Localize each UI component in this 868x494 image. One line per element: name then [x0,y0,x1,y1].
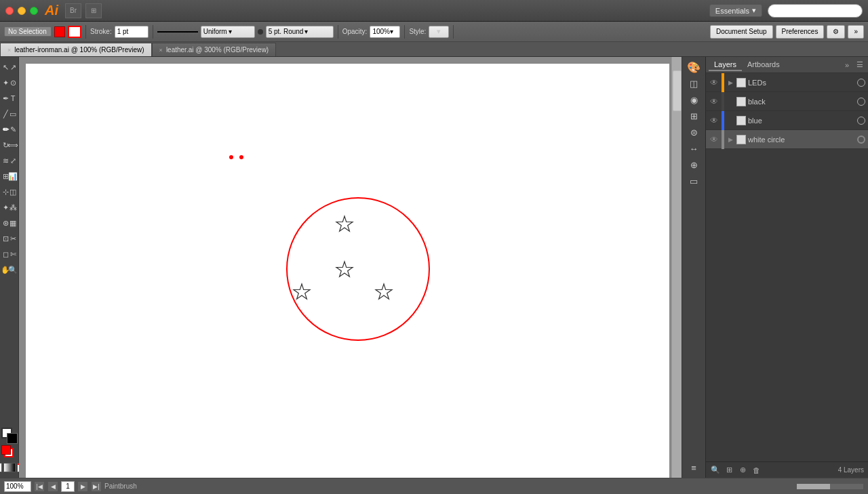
red-dot-2 [239,155,243,159]
background-swatch[interactable] [7,433,18,444]
direct-selection-tool[interactable]: ↗ [9,60,17,75]
pencil-tool[interactable]: ✎ [9,122,17,137]
arrange-icon[interactable]: ⊞ [85,3,102,18]
artboard-tool[interactable]: ⊡ [2,231,9,246]
minimize-button[interactable] [18,7,26,15]
maximize-button[interactable] [30,7,38,15]
symbol-tool[interactable]: ⊛ [2,215,9,230]
expand-arrow-icon[interactable]: ▶ [726,79,734,87]
layer-row-leds[interactable]: 👁 ▶ LEDs [706,73,868,92]
bridge-icon[interactable]: Br [65,3,81,18]
selection-tool[interactable]: ↖ [2,60,9,75]
align-icon[interactable]: ⊜ [686,125,701,140]
color-icon[interactable]: 🎨 [686,60,701,75]
stroke-indicator[interactable] [1,445,11,455]
magic-wand-tool[interactable]: ✦ [2,75,9,90]
opacity-input[interactable]: 100% ▾ [370,26,400,38]
tab-1[interactable]: × leather.ai @ 300% (RGB/Preview) [152,43,277,56]
stroke-panel-icon[interactable]: ▭ [686,173,701,188]
graphic-styles-icon[interactable]: ⊞ [686,108,701,123]
separator [453,25,454,39]
pathfinder-icon[interactable]: ⊕ [686,157,701,172]
new-layer-icon[interactable]: ⊕ [737,465,748,476]
eraser-tool[interactable]: ◻ [2,247,9,262]
layers-expand-icon[interactable]: » [842,60,852,70]
visibility-icon[interactable]: 👁 [709,96,719,107]
eyedropper-tool[interactable]: ✦ [2,200,9,215]
stroke-color-box[interactable] [68,26,81,38]
next-page-button[interactable]: ▶ [77,481,88,492]
scroll-thumb[interactable] [673,70,682,111]
reflect-tool[interactable]: ⟺ [9,138,17,152]
tabbar: × leather-ironman.ai @ 100% (RGB/Preview… [0,42,868,57]
vertical-scrollbar[interactable] [671,57,682,478]
fg-bg-swatches[interactable] [1,428,18,444]
transform-icon[interactable]: ↔ [686,141,701,156]
page-input[interactable] [61,481,75,492]
trash-icon[interactable]: 🗑 [751,465,762,476]
type-tool[interactable]: T [9,91,17,106]
layers-tab[interactable]: Layers [709,59,742,71]
tab-close-icon[interactable]: × [7,47,11,54]
layer-row-whitecircle[interactable]: 👁 ▶ white circle [706,130,868,149]
layer-target-icon[interactable] [857,136,865,144]
new-layer-group-icon[interactable]: ⊞ [724,465,734,476]
visibility-icon[interactable]: 👁 [709,115,719,126]
line-tool[interactable]: ╱ [2,106,9,121]
stroke-end-dropdown[interactable]: 5 pt. Round ▾ [266,26,334,38]
layer-target-icon[interactable] [857,79,865,87]
tool-pair-rotate: ↻ ⟺ [2,138,17,152]
layers-empty-space [706,149,868,461]
layer-thumbnail [736,116,746,125]
graph-tool[interactable]: 📊 [9,169,17,184]
style-label: Style: [409,28,426,35]
search-input[interactable] [768,4,863,18]
layer-row-black[interactable]: 👁 black [706,92,868,111]
stroke-type-dropdown[interactable]: Uniform ▾ [201,26,255,38]
document-setup-button[interactable]: Document Setup [710,25,773,39]
tab-0[interactable]: × leather-ironman.ai @ 100% (RGB/Preview… [0,43,152,56]
canvas-area[interactable] [19,57,682,478]
appearance-icon[interactable]: ◉ [686,92,701,107]
lasso-tool[interactable]: ⊙ [9,75,17,90]
layers-menu-icon[interactable]: ☰ [854,60,865,70]
search-layers-icon[interactable]: 🔍 [710,465,721,476]
preferences-button[interactable]: Preferences [776,25,825,39]
slice-tool[interactable]: ✂ [9,231,17,246]
layer-row-blue[interactable]: 👁 blue [706,111,868,130]
first-page-button[interactable]: |◀ [34,481,45,492]
stroke-value-input[interactable]: 1 pt [115,26,149,38]
scale-tool[interactable]: ⤢ [9,153,17,168]
tab-close-icon[interactable]: × [159,47,163,54]
fill-color-swatch[interactable] [54,26,65,37]
paintbrush-tool[interactable]: ✏ [2,122,9,137]
visibility-icon[interactable]: 👁 [709,77,719,88]
layer-target-icon[interactable] [857,117,865,125]
tool-pair-select: ↖ ↗ [2,60,17,75]
gradient-swatch[interactable] [3,463,16,472]
expand-button[interactable]: » [848,25,864,39]
layers-icon[interactable]: ≡ [686,460,701,475]
visibility-icon[interactable]: 👁 [709,134,719,145]
zoom-tool[interactable]: 🔍 [9,262,17,277]
close-button[interactable] [5,7,14,15]
expand-arrow-icon[interactable]: ▶ [726,136,734,144]
artboards-tab[interactable]: Artboards [742,59,785,71]
scissors-tool[interactable]: ✄ [9,247,17,262]
mesh-tool[interactable]: ⊹ [2,184,9,199]
zoom-input[interactable] [4,481,31,492]
gradient-tool[interactable]: ◫ [9,184,17,199]
prev-page-button[interactable]: ◀ [47,481,58,492]
warp-tool[interactable]: ≋ [2,153,9,168]
blend-tool[interactable]: ⁂ [9,200,17,215]
col-graph-tool[interactable]: ▦ [9,215,17,230]
pen-tool[interactable]: ✒ [2,91,9,106]
rect-tool[interactable]: ▭ [9,106,17,121]
last-page-button[interactable]: ▶| [91,481,102,492]
layer-target-icon[interactable] [857,98,865,106]
essentials-button[interactable]: Essentials ▾ [709,4,762,17]
style-dropdown[interactable]: ▾ [429,26,449,38]
workspace-button[interactable]: ⚙ [827,25,845,39]
color-swatch[interactable] [0,463,2,472]
gradient-panel-icon[interactable]: ◫ [686,76,701,91]
